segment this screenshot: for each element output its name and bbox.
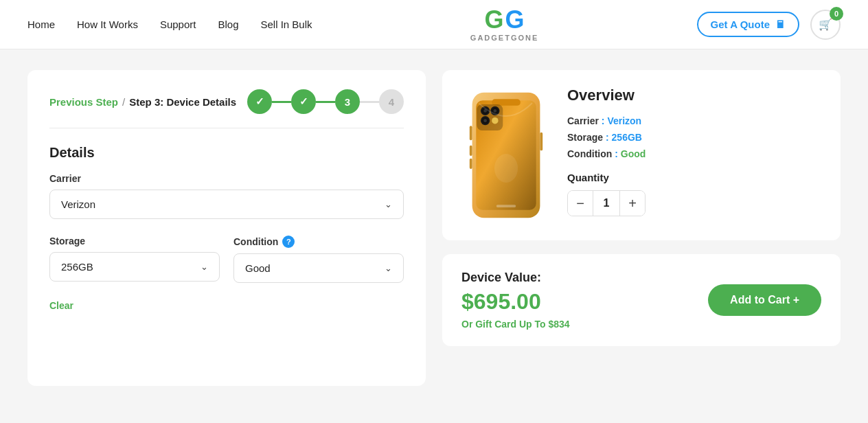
condition-label-row: Condition ?	[233, 236, 404, 248]
step-line-2	[316, 101, 335, 103]
device-value-price: $695.00	[461, 289, 570, 315]
quantity-label: Quantity	[567, 172, 821, 183]
step-3: 3	[335, 89, 360, 114]
device-value-label: Device Value:	[461, 271, 570, 285]
value-card: Device Value: $695.00 Or Gift Card Up To…	[442, 254, 841, 346]
header: Home How It Works Support Blog Sell In B…	[0, 0, 868, 49]
chevron-down-icon: ⌄	[201, 262, 208, 272]
current-step-label: Step 3: Device Details	[129, 96, 236, 108]
clear-link[interactable]: Clear	[49, 300, 73, 311]
quantity-decrement-button[interactable]: −	[568, 191, 593, 216]
main-nav: Home How It Works Support Blog Sell In B…	[27, 19, 312, 30]
overview-carrier-row: Carrier : Verizon	[567, 115, 821, 126]
svg-rect-3	[477, 104, 503, 130]
condition-field: Condition ? Good ⌄	[233, 236, 404, 299]
chevron-down-icon: ⌄	[385, 263, 392, 273]
previous-step-link[interactable]: Previous Step	[49, 96, 118, 108]
svg-point-9	[493, 109, 496, 113]
condition-select[interactable]: Good ⌄	[233, 253, 404, 283]
overview-condition-value: Good	[621, 148, 646, 159]
overview-storage-value: 256GB	[612, 132, 642, 143]
overview-condition-row: Condition : Good	[567, 148, 821, 159]
overview-carrier-value: Verizon	[607, 115, 641, 126]
storage-select[interactable]: 256GB ⌄	[49, 252, 220, 282]
logo-g1: G	[485, 8, 504, 32]
svg-rect-19	[496, 205, 516, 207]
nav-sell-in-bulk[interactable]: Sell In Bulk	[261, 19, 312, 30]
gift-card-text: Or Gift Card Up To $834	[461, 319, 570, 330]
carrier-label: Carrier	[49, 173, 404, 184]
cart-icon: 🛒	[819, 18, 832, 31]
get-quote-button[interactable]: Get A Quote 🖩	[697, 12, 799, 37]
nav-how-it-works[interactable]: How It Works	[77, 19, 138, 30]
quantity-control: − 1 +	[567, 190, 646, 216]
calculator-icon: 🖩	[775, 19, 786, 30]
overview-title: Overview	[567, 87, 821, 104]
svg-point-12	[483, 119, 487, 122]
breadcrumb-separator: /	[122, 96, 125, 108]
svg-rect-16	[470, 146, 472, 156]
chevron-down-icon: ⌄	[385, 199, 392, 209]
carrier-value: Verizon	[61, 198, 95, 210]
nav-home[interactable]: Home	[27, 19, 55, 30]
overview-storage-label: Storage	[567, 132, 603, 143]
logo-g2: G	[505, 8, 525, 32]
gift-value: $834	[549, 319, 570, 330]
main-content: Previous Step / Step 3: Device Details ✓…	[0, 49, 868, 407]
storage-value: 256GB	[61, 261, 93, 273]
step-4: 4	[379, 89, 404, 114]
logo: G G GADGETGONE	[470, 8, 538, 42]
step-1: ✓	[247, 89, 272, 114]
overview-storage-row: Storage : 256GB	[567, 132, 821, 143]
left-panel: Previous Step / Step 3: Device Details ✓…	[27, 70, 426, 386]
details-title: Details	[49, 145, 404, 161]
condition-value: Good	[245, 262, 271, 274]
condition-info-icon[interactable]: ?	[282, 236, 295, 248]
svg-rect-17	[470, 159, 472, 169]
breadcrumb: Previous Step / Step 3: Device Details	[49, 96, 236, 108]
step-line-1	[272, 101, 291, 103]
carrier-field: Carrier Verizon ⌄	[49, 173, 404, 219]
cart-badge: 0	[830, 7, 843, 21]
overview-card: Overview Carrier : Verizon Storage : 256…	[442, 70, 841, 240]
storage-label: Storage	[49, 236, 220, 247]
overview-carrier-label: Carrier	[567, 115, 599, 126]
divider	[49, 128, 404, 128]
gift-prefix: Or Gift Card Up To	[461, 319, 546, 330]
add-to-cart-button[interactable]: Add to Cart +	[708, 284, 821, 316]
steps-indicator: ✓ ✓ 3 4	[247, 89, 404, 114]
quantity-increment-button[interactable]: +	[620, 191, 645, 216]
overview-info: Overview Carrier : Verizon Storage : 256…	[567, 87, 821, 216]
nav-blog[interactable]: Blog	[218, 19, 238, 30]
carrier-select[interactable]: Verizon ⌄	[49, 190, 404, 219]
logo-tagline: GADGETGONE	[470, 34, 538, 42]
cart-button[interactable]: 🛒 0	[810, 10, 841, 40]
svg-point-13	[492, 117, 499, 124]
breadcrumb-row: Previous Step / Step 3: Device Details ✓…	[49, 89, 404, 114]
storage-condition-row: Storage 256GB ⌄ Condition ? Good ⌄	[49, 236, 404, 299]
details-section: Details Carrier Verizon ⌄ Storage 256GB …	[49, 145, 404, 312]
condition-label: Condition	[233, 236, 278, 247]
svg-rect-15	[470, 126, 472, 140]
overview-condition-label: Condition	[567, 148, 612, 159]
nav-support[interactable]: Support	[160, 19, 196, 30]
right-panel: Overview Carrier : Verizon Storage : 256…	[442, 70, 841, 386]
step-line-3	[360, 101, 379, 103]
quantity-value: 1	[593, 191, 620, 216]
svg-rect-18	[540, 133, 542, 151]
svg-point-14	[494, 154, 518, 183]
value-info: Device Value: $695.00 Or Gift Card Up To…	[461, 271, 570, 330]
phone-image	[461, 87, 551, 224]
storage-field: Storage 256GB ⌄	[49, 236, 220, 299]
step-2: ✓	[291, 89, 316, 114]
header-actions: Get A Quote 🖩 🛒 0	[697, 10, 841, 40]
